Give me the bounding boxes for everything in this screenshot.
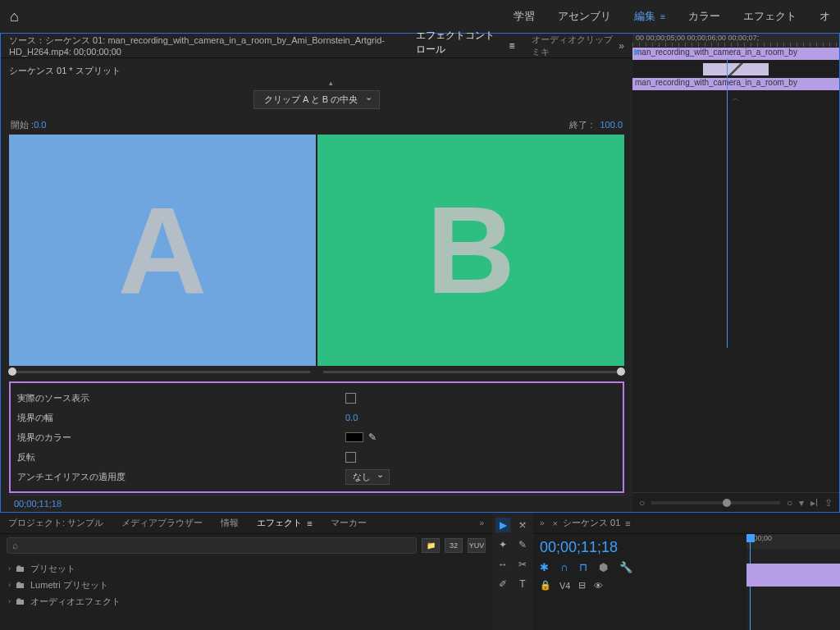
prop-antialias-label: アンチエイリアスの適用度	[17, 471, 345, 483]
track-label[interactable]: V4	[559, 581, 570, 591]
slip-tool-icon[interactable]: ✂	[515, 557, 530, 572]
tab-media-browser[interactable]: メディアブラウザー	[121, 517, 203, 529]
border-color-swatch[interactable]	[345, 432, 363, 442]
sequence-ruler[interactable]: ;00;00	[746, 534, 840, 549]
clip-b-bar[interactable]: man_recording_with_camera_in_a_room_by	[632, 78, 839, 90]
overflow-icon[interactable]: »	[619, 40, 624, 52]
close-icon[interactable]: ×	[553, 518, 558, 528]
magnet-icon[interactable]: ∩	[560, 561, 568, 573]
folder-icon: 🖿	[16, 579, 25, 591]
slider-thumb[interactable]	[8, 368, 16, 376]
target-icon[interactable]: ⊟	[578, 580, 586, 591]
selection-tool-icon[interactable]: ▶	[495, 518, 510, 532]
menu-icon: ≡	[660, 12, 665, 21]
transition-block[interactable]	[703, 63, 769, 75]
ws-tab-learn[interactable]: 学習	[514, 9, 535, 24]
ws-tab-assembly[interactable]: アセンブリ	[558, 9, 611, 24]
sequence-timecode[interactable]: 00;00;11;18	[540, 539, 740, 556]
start-slider[interactable]	[9, 371, 310, 373]
tree-label: オーディオエフェクト	[30, 596, 121, 608]
alignment-dropdown[interactable]: クリップ A と B の中央	[253, 90, 380, 109]
source-tab[interactable]: ソース：シーケンス 01: man_recording_with_camera_…	[9, 34, 416, 57]
eye-icon[interactable]: 👁	[594, 581, 603, 591]
pen-tool-icon[interactable]: ✐	[495, 577, 510, 591]
breadcrumb: シーケンス 01 * スプリット	[9, 65, 624, 77]
marker-icon[interactable]: ⬢	[599, 561, 608, 573]
eyedropper-icon[interactable]: ✎	[368, 431, 377, 443]
end-value[interactable]: 100.0	[600, 120, 623, 130]
track-select-icon[interactable]: ⤧	[515, 518, 530, 532]
mini-timeline-footer: ○ ○ ▾ ▸l ⇪	[632, 492, 839, 512]
sequence-timeline[interactable]: ;00;00	[746, 534, 840, 630]
start-end-row: 開始 :0.0 終了 : 100.0	[9, 119, 624, 131]
overflow-icon[interactable]: »	[540, 518, 545, 527]
playhead-line[interactable]	[727, 58, 728, 348]
menu-icon[interactable]: ≡	[625, 518, 630, 528]
audio-clip-mixer-tab[interactable]: オーディオクリップミキ	[532, 34, 614, 58]
filter-btn-3[interactable]: YUV	[468, 538, 486, 553]
filter-btn-1[interactable]: 📁	[422, 538, 440, 553]
letter-b: B	[427, 180, 515, 322]
start-label: 開始 :	[11, 120, 34, 130]
end-slider[interactable]	[323, 371, 624, 373]
folder-icon: 🖿	[16, 563, 25, 574]
tab-effects[interactable]: エフェクト≡	[257, 517, 312, 529]
chevron-up-icon[interactable]: ︿	[632, 93, 839, 104]
playhead-head-icon[interactable]	[746, 534, 755, 542]
ws-tab-effect[interactable]: エフェクト	[743, 9, 797, 24]
effects-panel: プロジェクト: サンプル メディアブラウザー 情報 エフェクト≡ マーカー » …	[0, 513, 492, 630]
actual-source-checkbox[interactable]	[345, 393, 356, 404]
zoom-scrollbar[interactable]	[651, 501, 780, 504]
tree-audio-effects[interactable]: ›🖿オーディオエフェクト	[8, 593, 484, 609]
antialias-dropdown[interactable]: なし	[345, 469, 390, 485]
start-value[interactable]: 0.0	[34, 120, 46, 130]
scroll-thumb[interactable]	[723, 499, 731, 507]
razor-tool-icon[interactable]: ↔	[495, 557, 510, 572]
ripple-tool-icon[interactable]: ✦	[495, 537, 510, 552]
ab-preview: A B	[9, 135, 624, 366]
chevron-right-icon: ›	[8, 597, 11, 605]
clip-b-preview: B	[317, 135, 624, 366]
tree-label: Lumetri プリセット	[30, 579, 108, 591]
overflow-icon[interactable]: »	[479, 518, 484, 527]
sequence-clip[interactable]	[746, 564, 840, 587]
timeline-ruler[interactable]: 00 00;00;05;00 00;00;06;00 00;00;07;	[632, 34, 839, 47]
sequence-tab[interactable]: シーケンス 01	[563, 517, 620, 529]
export-icon[interactable]: ⇪	[824, 497, 833, 509]
main-row: ソース：シーケンス 01: man_recording_with_camera_…	[0, 33, 840, 513]
panel-tabs: ソース：シーケンス 01: man_recording_with_camera_…	[1, 34, 632, 58]
filter-icon[interactable]: ▾	[799, 497, 804, 509]
menu-icon[interactable]: ≡	[509, 40, 514, 52]
ws-tab-edit[interactable]: 編集≡	[634, 9, 665, 24]
filter-btn-2[interactable]: 32	[445, 538, 463, 553]
linked-icon[interactable]: ⊓	[579, 561, 587, 573]
snap-icon[interactable]: ✱	[540, 561, 549, 573]
rate-tool-icon[interactable]: ✎	[515, 537, 530, 552]
ws-tab-color[interactable]: カラー	[688, 9, 720, 24]
sequence-tabs: » × シーケンス 01 ≡	[533, 513, 840, 534]
reverse-checkbox[interactable]	[345, 452, 356, 463]
settings-icon[interactable]: 🔧	[619, 561, 632, 573]
tab-markers[interactable]: マーカー	[331, 517, 367, 529]
dot-icon: ○	[787, 497, 792, 509]
menu-icon[interactable]: ≡	[307, 518, 312, 528]
slider-thumb[interactable]	[617, 368, 625, 376]
mini-timeline-panel: 00 00;00;05;00 00;00;06;00 00;00;07; ▶ m…	[632, 34, 839, 512]
workspace-tabs: 学習 アセンブリ 編集≡ カラー エフェクト オ	[514, 9, 830, 24]
skip-icon[interactable]: ▸l	[810, 497, 818, 509]
effect-controls-panel: ソース：シーケンス 01: man_recording_with_camera_…	[1, 34, 632, 512]
ws-tab-more[interactable]: オ	[819, 9, 830, 24]
lock-icon[interactable]: 🔒	[540, 580, 551, 591]
hand-tool-icon[interactable]: T	[515, 577, 530, 591]
tree-lumetri[interactable]: ›🖿Lumetri プリセット	[8, 577, 484, 593]
folder-icon: 🖿	[16, 596, 25, 607]
clip-a-bar[interactable]: man_recording_with_camera_in_a_room_by	[632, 48, 839, 60]
tree-label: プリセット	[30, 563, 75, 575]
playhead-marker-icon[interactable]: ▶	[634, 47, 641, 56]
search-input[interactable]: ⌕	[7, 537, 417, 554]
border-width-value[interactable]: 0.0	[345, 413, 358, 422]
tree-presets[interactable]: ›🖿プリセット	[8, 560, 484, 577]
home-icon[interactable]: ⌂	[10, 8, 19, 25]
tab-info[interactable]: 情報	[221, 517, 239, 529]
tab-project[interactable]: プロジェクト: サンプル	[8, 517, 103, 529]
